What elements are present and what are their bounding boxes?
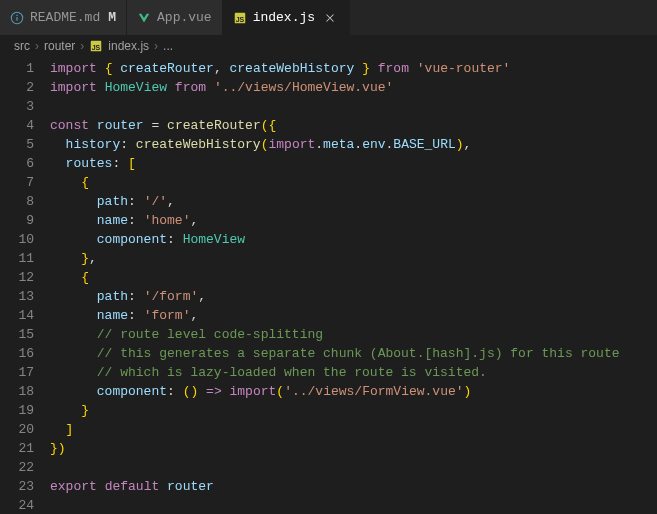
svg-rect-2 — [16, 14, 17, 15]
breadcrumb-item[interactable]: index.js — [108, 39, 149, 53]
code-content[interactable]: import { createRouter, createWebHistory … — [50, 59, 657, 514]
breadcrumb: src › router › JS index.js › ... — [0, 35, 657, 57]
tab-index-js[interactable]: JS index.js — [223, 0, 350, 35]
modified-indicator: M — [108, 10, 116, 25]
svg-text:JS: JS — [92, 44, 101, 51]
tab-app-vue[interactable]: App.vue — [127, 0, 223, 35]
js-icon: JS — [89, 39, 103, 53]
chevron-right-icon: › — [80, 39, 84, 53]
tab-readme[interactable]: README.md M — [0, 0, 127, 35]
svg-rect-1 — [16, 17, 17, 21]
breadcrumb-item[interactable]: ... — [163, 39, 173, 53]
line-gutter: 123456789101112131415161718192021222324 — [0, 59, 50, 514]
vue-icon — [137, 11, 151, 25]
tab-bar: README.md M App.vue JS index.js — [0, 0, 657, 35]
close-icon[interactable] — [321, 11, 339, 25]
code-editor[interactable]: 123456789101112131415161718192021222324 … — [0, 57, 657, 514]
tab-label: App.vue — [157, 10, 212, 25]
tab-label: index.js — [253, 10, 315, 25]
breadcrumb-item[interactable]: router — [44, 39, 75, 53]
js-icon: JS — [233, 11, 247, 25]
svg-text:JS: JS — [235, 15, 244, 22]
chevron-right-icon: › — [154, 39, 158, 53]
breadcrumb-item[interactable]: src — [14, 39, 30, 53]
info-icon — [10, 11, 24, 25]
tab-label: README.md — [30, 10, 100, 25]
chevron-right-icon: › — [35, 39, 39, 53]
